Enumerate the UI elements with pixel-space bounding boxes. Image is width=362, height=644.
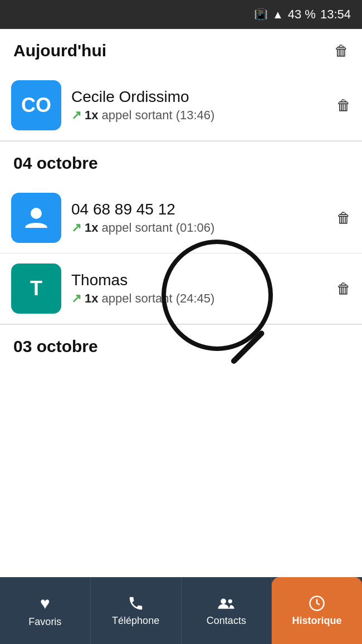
call-time-unknown: (01:06) [176,221,215,235]
call-time-thomas: (24:45) [176,291,215,306]
section-header-oct04: 04 octobre [0,142,362,183]
call-info-cecile: Cecile Ordissimo ↗ 1x appel sortant (13:… [71,88,331,123]
arrow-out-thomas: ↗ [71,291,81,306]
call-time-cecile: (13:46) [176,108,215,123]
time-text: 13:54 [320,7,351,22]
contact-name-unknown: 04 68 89 45 12 [71,201,331,218]
arrow-out-cecile: ↗ [71,108,81,123]
call-info-thomas: Thomas ↗ 1x appel sortant (24:45) [71,271,331,306]
section-title-oct04: 04 octobre [13,154,98,173]
call-item-cecile[interactable]: CO Cecile Ordissimo ↗ 1x appel sortant (… [0,70,362,141]
nav-label-telephone: Téléphone [112,615,159,627]
call-type-cecile: appel sortant [101,108,172,123]
trash-thomas-button[interactable]: 🗑 [336,280,351,297]
nav-label-favoris: Favoris [28,616,61,628]
call-details-unknown: ↗ 1x appel sortant (01:06) [71,221,331,235]
svg-point-1 [221,598,227,604]
contacts-icon [217,595,236,612]
nav-item-contacts[interactable]: Contacts [182,577,272,644]
phone-icon [128,595,144,612]
svg-point-0 [31,208,42,219]
avatar-thomas: T [11,264,61,314]
call-type-unknown: appel sortant [101,221,172,235]
section-header-oct03: 03 octobre [0,325,362,366]
contact-name-cecile: Cecile Ordissimo [71,88,331,106]
call-count-cecile: 1x [85,108,98,123]
signal-icon: ▲ [272,8,283,21]
call-info-unknown: 04 68 89 45 12 ↗ 1x appel sortant (01:06… [71,201,331,235]
bottom-nav: ♥ Favoris Téléphone Contacts Historique [0,577,362,644]
battery-text: 43 % [288,7,316,22]
call-count-unknown: 1x [85,221,98,235]
call-type-thomas: appel sortant [101,291,172,306]
avatar-cecile: CO [11,80,61,130]
nav-label-historique: Historique [292,615,342,627]
call-details-thomas: ↗ 1x appel sortant (24:45) [71,291,331,306]
vibrate-icon: 📳 [254,8,268,21]
avatar-unknown [11,193,61,243]
section-title-oct03: 03 octobre [13,337,98,356]
call-item-thomas[interactable]: T Thomas ↗ 1x appel sortant (24:45) 🗑 [0,253,362,324]
nav-label-contacts: Contacts [207,615,246,627]
section-header-today: Aujourd'hui 🗑 [0,29,362,70]
trash-cecile-button[interactable]: 🗑 [336,97,351,114]
heart-icon: ♥ [40,594,50,613]
status-bar: 📳 ▲ 43 % 13:54 [0,0,362,29]
contact-name-thomas: Thomas [71,271,331,289]
arrow-out-unknown: ↗ [71,221,81,235]
status-icons: 📳 ▲ 43 % 13:54 [254,7,351,22]
svg-point-2 [228,599,232,603]
section-title-today: Aujourd'hui [13,41,106,60]
nav-item-historique[interactable]: Historique [272,577,362,644]
call-count-thomas: 1x [85,291,98,306]
avatar-text-thomas: T [30,277,42,300]
trash-unknown-button[interactable]: 🗑 [336,209,351,227]
avatar-text-cecile: CO [21,94,51,117]
person-icon [22,203,51,232]
main-content: Aujourd'hui 🗑 CO Cecile Ordissimo ↗ 1x a… [0,29,362,577]
call-item-unknown[interactable]: 04 68 89 45 12 ↗ 1x appel sortant (01:06… [0,183,362,253]
trash-today-button[interactable]: 🗑 [334,42,349,60]
nav-item-telephone[interactable]: Téléphone [91,577,182,644]
nav-item-favoris[interactable]: ♥ Favoris [0,577,91,644]
clock-icon [309,595,325,612]
call-details-cecile: ↗ 1x appel sortant (13:46) [71,108,331,123]
